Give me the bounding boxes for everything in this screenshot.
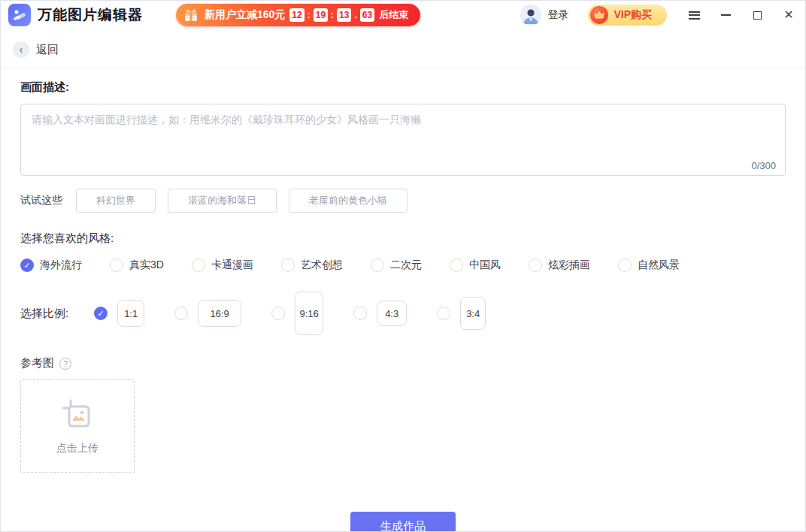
radio-icon <box>437 307 450 320</box>
description-textarea[interactable] <box>21 104 785 160</box>
upload-box[interactable]: 点击上传 <box>20 379 135 473</box>
promo-banner[interactable]: 新用户立减160元 12 : 19 : 13 . 63 后结束 <box>176 4 420 26</box>
style-option-label: 卡通漫画 <box>211 258 253 272</box>
style-option[interactable]: 二次元 <box>371 258 422 272</box>
radio-checked-icon: ✓ <box>20 258 34 272</box>
style-option-label: 炫彩插画 <box>548 258 590 272</box>
ratio-box: 1:1 <box>117 300 144 327</box>
radio-icon <box>110 258 123 272</box>
section-divider <box>1 68 805 68</box>
radio-icon <box>271 307 285 320</box>
help-icon[interactable]: ? <box>59 358 71 370</box>
countdown-separator: . <box>354 10 356 20</box>
vip-purchase-button[interactable]: VIP购买 <box>588 5 667 26</box>
window-controls: ✕ <box>688 9 795 21</box>
style-option[interactable]: 艺术创想 <box>281 258 343 272</box>
countdown-hours: 12 <box>289 8 304 22</box>
chevron-left-icon: ‹ <box>20 44 23 56</box>
styles-label: 选择您喜欢的风格: <box>20 231 786 246</box>
reference-row: 参考图 ? <box>20 356 786 370</box>
style-option-label: 真实3D <box>129 258 164 272</box>
radio-icon <box>353 307 367 320</box>
radio-icon <box>281 258 295 272</box>
radio-icon <box>529 258 542 272</box>
promo-text: 新用户立减160元 <box>205 8 285 22</box>
styles-row: ✓ 海外流行 真实3D 卡通漫画 艺术创想 二次元 中国风 炫彩插画 <box>20 258 786 272</box>
style-option-label: 艺术创想 <box>301 258 343 272</box>
countdown-separator: : <box>331 10 334 20</box>
app-title: 万能图片编辑器 <box>38 5 143 25</box>
char-counter: 0/300 <box>751 160 776 171</box>
main-content: 画面描述: 0/300 试试这些 科幻世界 湛蓝的海和落日 老屋前的黄色小猫 选… <box>1 80 805 532</box>
ratio-label: 选择比例: <box>20 307 68 321</box>
maximize-icon <box>753 11 762 20</box>
radio-icon <box>450 258 463 272</box>
menu-button[interactable] <box>688 9 700 21</box>
countdown-seconds: 13 <box>337 8 351 22</box>
user-avatar[interactable] <box>520 5 541 26</box>
ratio-box: 16:9 <box>198 300 241 327</box>
maximize-button[interactable] <box>751 9 763 21</box>
description-field-wrap: 0/300 <box>20 104 786 176</box>
generate-button[interactable]: 生成作品 <box>350 512 456 532</box>
back-label[interactable]: 返回 <box>36 43 59 57</box>
app-logo-icon <box>8 4 31 26</box>
hamburger-icon <box>689 11 700 20</box>
vip-label: VIP购买 <box>614 8 652 22</box>
countdown-separator: : <box>308 10 311 20</box>
ratio-box: 9:16 <box>295 292 323 335</box>
ratio-row: 选择比例: ✓ 1:1 16:9 9:16 4:3 3:4 <box>20 292 786 335</box>
ratio-box: 4:3 <box>377 301 407 326</box>
upload-image-icon <box>60 397 95 432</box>
style-option-label: 中国风 <box>469 258 501 272</box>
titlebar: 万能图片编辑器 新用户立减160元 12 : 19 : 13 . 63 后结束 <box>1 1 805 29</box>
suggestion-chip[interactable]: 科幻世界 <box>76 189 156 213</box>
close-button[interactable]: ✕ <box>783 9 795 21</box>
style-option-label: 自然风景 <box>638 258 680 272</box>
radio-icon <box>618 258 632 272</box>
suggestions-row: 试试这些 科幻世界 湛蓝的海和落日 老屋前的黄色小猫 <box>20 189 786 213</box>
reference-label: 参考图 <box>20 356 54 370</box>
ratio-option[interactable]: 3:4 <box>437 297 486 330</box>
login-button[interactable]: 登录 <box>547 8 568 22</box>
ratio-option[interactable]: 9:16 <box>271 292 323 335</box>
style-option[interactable]: 炫彩插画 <box>529 258 590 272</box>
description-label: 画面描述: <box>20 80 786 95</box>
radio-icon <box>174 307 188 320</box>
style-option-selected[interactable]: ✓ 海外流行 <box>20 258 82 272</box>
suggestion-chip[interactable]: 老屋前的黄色小猫 <box>289 189 408 213</box>
style-option[interactable]: 自然风景 <box>618 258 680 272</box>
minimize-button[interactable] <box>720 9 732 21</box>
radio-checked-icon: ✓ <box>94 307 108 320</box>
crown-icon <box>589 5 609 25</box>
countdown-minutes: 19 <box>314 8 328 22</box>
countdown-ms: 63 <box>360 8 374 22</box>
style-option-label: 二次元 <box>390 258 422 272</box>
gift-icon <box>182 6 200 24</box>
style-option[interactable]: 中国风 <box>450 258 501 272</box>
radio-icon <box>192 258 205 272</box>
ratio-option-selected[interactable]: ✓ 1:1 <box>94 300 144 327</box>
promo-suffix: 后结束 <box>379 8 408 22</box>
ratio-box: 3:4 <box>460 297 486 330</box>
upload-label: 点击上传 <box>56 442 98 455</box>
style-option[interactable]: 卡通漫画 <box>192 258 253 272</box>
suggestions-label: 试试这些 <box>20 194 62 207</box>
titlebar-right: 登录 VIP购买 ✕ <box>520 5 795 26</box>
style-option[interactable]: 真实3D <box>110 258 164 272</box>
ratio-option[interactable]: 4:3 <box>353 301 407 326</box>
minimize-icon <box>721 14 731 16</box>
back-row: ‹ 返回 <box>1 29 805 58</box>
style-option-label: 海外流行 <box>40 258 82 272</box>
suggestion-chip[interactable]: 湛蓝的海和落日 <box>168 189 277 213</box>
close-icon: ✕ <box>783 9 793 21</box>
radio-icon <box>371 258 384 272</box>
ratio-option[interactable]: 16:9 <box>174 300 241 327</box>
back-button[interactable]: ‹ <box>13 41 29 58</box>
